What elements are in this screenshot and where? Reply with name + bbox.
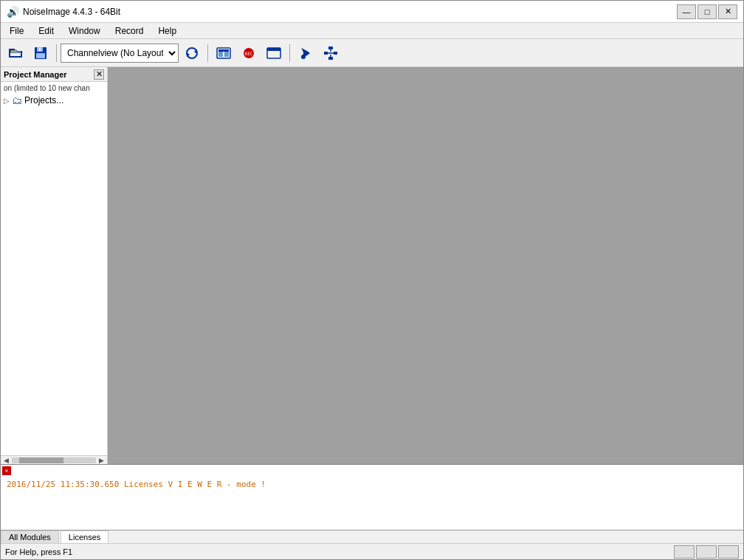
title-text: NoiseImage 4.4.3 - 64Bit [23, 7, 120, 17]
title-left: 🔊 NoiseImage 4.4.3 - 64Bit [7, 6, 120, 18]
toolbar: Channelview (No Layout) REC [1, 39, 743, 67]
projects-folder-icon: 🗂 [12, 94, 22, 106]
svg-point-18 [301, 55, 306, 59]
panel-scrollbar[interactable]: ◀ ▶ [1, 455, 107, 464]
window-controls: — □ ✕ [677, 4, 737, 19]
save-button[interactable] [29, 42, 52, 64]
modules-icon [323, 45, 339, 61]
run-button[interactable] [294, 42, 317, 64]
toolbar-sep-3 [289, 44, 290, 62]
maximize-button[interactable]: □ [698, 4, 717, 19]
status-text: For Help, press F1 [5, 547, 72, 556]
project-panel-info: on (limited to 10 new chan [1, 83, 107, 93]
open-icon [7, 45, 24, 61]
menu-help[interactable]: Help [152, 24, 182, 38]
svg-rect-7 [36, 53, 45, 58]
log-panel: × 2016/11/25 11:35:30.650 Licenses V I E… [1, 464, 743, 543]
log-line: 2016/11/25 11:35:30.650 Licenses V I E W… [7, 480, 737, 489]
svg-rect-17 [267, 48, 280, 51]
svg-rect-22 [328, 57, 333, 60]
menu-file[interactable]: File [4, 24, 30, 38]
svg-rect-19 [328, 46, 333, 49]
status-btn-3[interactable] [718, 545, 739, 559]
status-btn-2[interactable] [696, 545, 717, 559]
record-button[interactable]: REC [237, 42, 261, 64]
svg-rect-2 [9, 56, 22, 58]
svg-text:REC: REC [245, 51, 253, 56]
window-layout-button[interactable] [262, 42, 286, 64]
minimize-button[interactable]: — [677, 4, 696, 19]
log-header: × [1, 465, 743, 477]
scroll-track[interactable] [12, 457, 96, 463]
toolbar-sep-2 [207, 44, 208, 62]
modules-button[interactable] [319, 42, 342, 64]
menu-edit[interactable]: Edit [32, 24, 60, 38]
channelview-icon [216, 45, 232, 61]
svg-rect-6 [39, 48, 41, 51]
title-bar: 🔊 NoiseImage 4.4.3 - 64Bit — □ ✕ [1, 1, 743, 23]
log-content: 2016/11/25 11:35:30.650 Licenses V I E W… [1, 477, 743, 530]
log-close-button[interactable]: × [2, 466, 11, 475]
app-icon: 🔊 [7, 6, 18, 18]
project-panel-header: Project Manager ✕ [1, 67, 107, 82]
run-icon [297, 45, 314, 61]
scroll-right-arrow[interactable]: ▶ [97, 457, 106, 464]
open-button[interactable] [4, 42, 27, 64]
status-btn-1[interactable] [674, 545, 695, 559]
log-tab-all-modules[interactable]: All Modules [1, 530, 59, 543]
project-panel-close-button[interactable]: ✕ [94, 69, 104, 80]
main-area: Project Manager ✕ on (limited to 10 new … [1, 67, 743, 464]
status-bar: For Help, press F1 [1, 543, 743, 559]
menu-record[interactable]: Record [109, 24, 150, 38]
project-panel: Project Manager ✕ on (limited to 10 new … [1, 67, 108, 464]
refresh-button[interactable] [180, 42, 204, 64]
channelview-button[interactable] [212, 42, 235, 64]
content-area [108, 67, 743, 464]
menu-window[interactable]: Window [63, 24, 106, 38]
project-panel-title: Project Manager [4, 70, 67, 79]
projects-tree-item[interactable]: ▷ 🗂 Projects... [1, 93, 107, 108]
project-panel-content: on (limited to 10 new chan ▷ 🗂 Projects.… [1, 82, 107, 455]
refresh-icon [184, 45, 200, 61]
log-tab-licenses[interactable]: Licenses [61, 530, 108, 544]
svg-rect-13 [218, 49, 229, 52]
window-layout-icon [266, 45, 282, 61]
menu-bar: File Edit Window Record Help [1, 23, 743, 39]
projects-tree-label: Projects... [24, 95, 63, 106]
scroll-left-arrow[interactable]: ◀ [2, 457, 10, 464]
save-icon [32, 45, 49, 61]
channelview-select[interactable]: Channelview (No Layout) [61, 44, 179, 63]
log-tabs: All Modules Licenses [1, 530, 743, 543]
close-button[interactable]: ✕ [718, 4, 737, 19]
status-right [674, 545, 739, 559]
tree-expand-icon: ▷ [4, 97, 10, 105]
scroll-thumb[interactable] [19, 457, 63, 463]
toolbar-sep-1 [56, 44, 57, 62]
record-icon: REC [241, 45, 257, 61]
